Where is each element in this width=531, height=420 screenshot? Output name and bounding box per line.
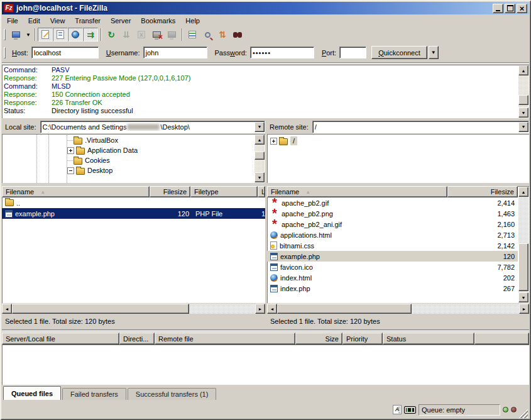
- file-row[interactable]: favicon.ico 7,782: [267, 262, 518, 272]
- scroll-thumb[interactable]: [277, 304, 412, 314]
- local-site-combo[interactable]: C:\Documents and Settings\Desktop\ ▼: [40, 121, 265, 133]
- scroll-up-icon[interactable]: ▲: [518, 187, 528, 197]
- menu-help[interactable]: Help: [180, 16, 205, 26]
- queue-col-status[interactable]: Status: [383, 333, 474, 345]
- scroll-right-icon[interactable]: ►: [255, 304, 265, 314]
- divider[interactable]: [2, 329, 529, 331]
- site-manager-button[interactable]: [8, 28, 23, 41]
- queue-col-size[interactable]: Size: [295, 333, 342, 345]
- refresh-button[interactable]: ↻: [104, 28, 119, 41]
- data-type-icon[interactable]: [393, 405, 402, 414]
- directory-comparison-button[interactable]: [200, 28, 215, 41]
- scroll-left-icon[interactable]: ◄: [2, 304, 12, 314]
- file-row[interactable]: applications.html 2,713: [267, 229, 518, 240]
- file-row[interactable]: index.php 267: [267, 283, 518, 294]
- remote-col-filename[interactable]: Filename▲: [267, 186, 447, 197]
- tree-item-cookies[interactable]: Cookies: [67, 155, 110, 165]
- toggle-message-log-button[interactable]: [38, 28, 53, 41]
- file-row-example-php[interactable]: example.php 120: [267, 251, 518, 262]
- local-hscrollbar[interactable]: ◄ ►: [2, 304, 265, 314]
- tree-item-application-data[interactable]: Application Data: [67, 145, 138, 155]
- quickconnect-button[interactable]: Quickconnect: [371, 46, 427, 59]
- tree-item-desktop[interactable]: Desktop: [67, 165, 112, 175]
- username-input[interactable]: john: [143, 47, 207, 58]
- close-button[interactable]: [517, 4, 527, 13]
- toolbar-grip[interactable]: [4, 29, 6, 40]
- scroll-thumb[interactable]: [518, 243, 528, 291]
- file-row[interactable]: apache_pb2.gif 2,414: [267, 197, 518, 208]
- file-row[interactable]: index.html 202: [267, 272, 518, 283]
- remote-col-filesize[interactable]: Filesize: [447, 186, 518, 197]
- file-row-example-php[interactable]: example.php 120 PHP File 1: [2, 208, 265, 219]
- queue-col-remote-file[interactable]: Remote file: [155, 333, 295, 345]
- port-input[interactable]: [339, 47, 366, 58]
- speed-limit-icon[interactable]: [404, 406, 416, 414]
- disconnect-x-icon: ×: [158, 34, 163, 40]
- tab-failed-transfers[interactable]: Failed transfers: [62, 388, 126, 400]
- scroll-thumb[interactable]: [12, 304, 189, 314]
- scroll-down-icon[interactable]: ▼: [518, 292, 528, 302]
- local-col-filename[interactable]: Filename▲: [2, 186, 150, 197]
- scroll-down-icon[interactable]: ▼: [518, 108, 528, 118]
- toggle-remote-tree-button[interactable]: [68, 28, 83, 41]
- scroll-left-icon[interactable]: ◄: [267, 304, 277, 314]
- queue-col-server-local-file[interactable]: Server/Local file: [2, 333, 119, 345]
- password-input[interactable]: ••••••: [250, 47, 314, 58]
- file-row[interactable]: apache_pb2_ani.gif 2,160: [267, 219, 518, 229]
- chevron-down-icon[interactable]: ▼: [518, 122, 528, 132]
- file-row[interactable]: apache_pb2.png 1,463: [267, 208, 518, 219]
- tree-item-root[interactable]: /: [270, 136, 297, 146]
- tree-item-virtualbox[interactable]: .VirtualBox: [67, 135, 118, 145]
- expand-plus-icon[interactable]: [270, 138, 277, 145]
- minimize-button[interactable]: [493, 4, 503, 13]
- scroll-up-icon[interactable]: ▲: [255, 135, 265, 145]
- folder-icon: [279, 138, 288, 145]
- menu-transfer[interactable]: Transfer: [70, 16, 106, 26]
- refresh-icon: ↻: [107, 30, 115, 39]
- find-files-button[interactable]: [230, 28, 245, 41]
- filter-button[interactable]: [185, 28, 200, 41]
- local-col-filesize[interactable]: Filesize: [150, 186, 190, 197]
- remote-site-combo[interactable]: / ▼: [312, 121, 529, 133]
- remote-list-scrollbar[interactable]: ▲ ▼: [518, 187, 528, 302]
- tab-successful-transfers[interactable]: Successful transfers (1): [128, 388, 217, 400]
- quickconnect-grip[interactable]: [4, 47, 6, 58]
- site-manager-dropdown[interactable]: ▼: [23, 28, 32, 41]
- process-queue-button[interactable]: ⇊: [119, 28, 134, 41]
- menu-file[interactable]: File: [2, 16, 23, 26]
- menu-edit[interactable]: Edit: [23, 16, 45, 26]
- queue-col-direction[interactable]: Directi...: [119, 333, 155, 345]
- scroll-thumb[interactable]: [518, 95, 528, 105]
- disconnect-button[interactable]: ×: [149, 28, 164, 41]
- file-row-parent-dir[interactable]: ..: [2, 197, 265, 208]
- reconnect-button[interactable]: [164, 28, 179, 41]
- remote-site-label: Remote site:: [267, 123, 312, 131]
- tab-queued-files[interactable]: Queued files: [3, 386, 61, 400]
- file-row[interactable]: bitnami.css 2,142: [267, 240, 518, 251]
- menu-bookmarks[interactable]: Bookmarks: [136, 16, 180, 26]
- scroll-right-icon[interactable]: ►: [519, 304, 529, 314]
- toggle-local-tree-button[interactable]: [53, 28, 68, 41]
- cancel-operation-button[interactable]: x: [134, 28, 149, 41]
- local-col-lastmodified[interactable]: L: [258, 186, 265, 197]
- queue-col-priority[interactable]: Priority: [342, 333, 383, 345]
- remote-hscrollbar[interactable]: ◄ ►: [267, 304, 529, 314]
- quickconnect-dropdown[interactable]: ▼: [429, 46, 439, 59]
- expand-plus-icon[interactable]: [67, 147, 74, 154]
- scroll-up-icon[interactable]: ▲: [518, 65, 528, 75]
- scroll-thumb[interactable]: [255, 152, 265, 160]
- log-scrollbar[interactable]: ▲ ▼: [518, 65, 528, 118]
- local-col-filetype[interactable]: Filetype: [190, 186, 258, 197]
- chevron-down-icon[interactable]: ▼: [255, 122, 265, 132]
- scroll-down-icon[interactable]: ▼: [255, 172, 265, 182]
- synchronized-browsing-button[interactable]: ⇅: [215, 28, 230, 41]
- collapse-minus-icon[interactable]: [67, 167, 74, 174]
- menu-server[interactable]: Server: [106, 16, 136, 26]
- resize-grip[interactable]: [519, 409, 528, 418]
- local-tree-scrollbar[interactable]: ▲ ▼: [255, 135, 265, 182]
- maximize-button[interactable]: [505, 4, 515, 13]
- menu-view[interactable]: View: [45, 16, 70, 26]
- message-log-icon: [41, 30, 49, 39]
- host-input[interactable]: localhost: [31, 47, 99, 58]
- toggle-queue-button[interactable]: ⇉: [83, 28, 98, 41]
